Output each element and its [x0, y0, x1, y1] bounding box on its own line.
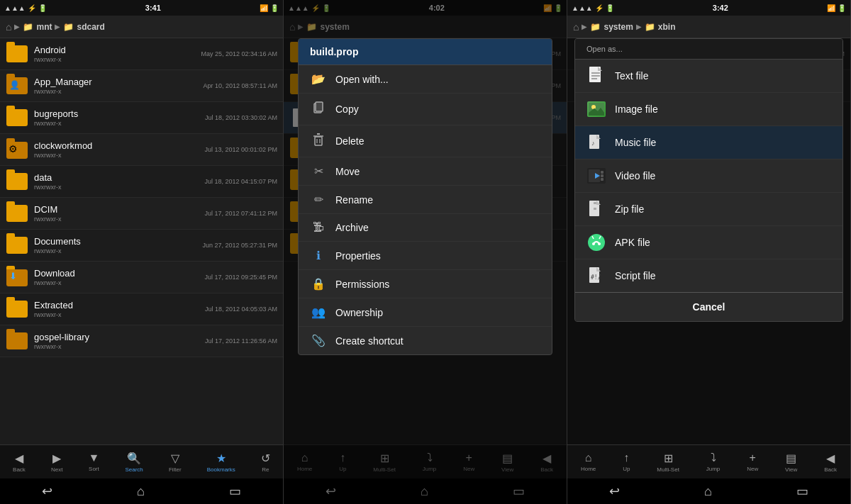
file-name: Extracted	[34, 300, 205, 310]
battery-icon: 🔋	[38, 4, 47, 12]
file-date: Jul 18, 2012 04:05:03 AM	[205, 306, 277, 313]
toolbar-sort[interactable]: ▼ Sort	[85, 450, 102, 474]
open-as-text[interactable]: Text file	[575, 60, 842, 93]
list-item[interactable]: ⚙ clockworkmod rwxrwxr-x Jul 13, 2012 00…	[0, 134, 283, 166]
file-date: Jul 13, 2012 00:01:02 PM	[204, 146, 277, 153]
apk-file-label: APK file	[615, 237, 650, 248]
back-label-3: Back	[824, 466, 837, 473]
open-as-header: Open as...	[586, 45, 623, 53]
file-info: clockworkmod rwxrwxr-x	[34, 140, 204, 159]
file-name: Android	[34, 45, 201, 55]
context-item-archive[interactable]: 🗜 Archive	[299, 214, 552, 242]
bt-icon: ⚡	[28, 4, 36, 12]
time-3: 3:42	[713, 4, 728, 12]
toolbar-back[interactable]: ◀ Back	[10, 450, 28, 474]
nav-home-3[interactable]: ⌂	[697, 481, 719, 502]
svg-rect-23	[601, 178, 604, 181]
list-item[interactable]: 👤 App_Manager rwxrwxr-x Apr 10, 2012 08:…	[0, 70, 283, 102]
context-item-ownership[interactable]: 👥 Ownership	[299, 298, 552, 327]
file-meta: rwxrwxr-x	[34, 279, 204, 286]
status-bar-3: ▲▲▲ ⚡ 🔋 3:42 📶 🔋	[567, 0, 850, 16]
sort-label: Sort	[89, 466, 99, 472]
cancel-button[interactable]: Cancel	[575, 292, 842, 321]
folder-icon: ⬇	[6, 266, 28, 289]
image-file-label: Image file	[615, 103, 658, 115]
list-item[interactable]: Documents rwxrwxr-x Jun 27, 2012 05:27:3…	[0, 230, 283, 262]
file-date: Jul 18, 2012 04:15:07 PM	[204, 178, 277, 185]
up-label-3: Up	[623, 466, 630, 472]
list-item[interactable]: ⬇ Download rwxrwxr-x Jul 17, 2012 09:25:…	[0, 262, 283, 293]
file-info: data rwxrwxr-x	[34, 172, 204, 191]
open-as-image[interactable]: Image file	[575, 93, 842, 126]
toolbar-re[interactable]: ↺ Re	[258, 450, 273, 474]
file-date: Jul 17, 2012 11:26:56 AM	[205, 337, 277, 345]
file-date: May 25, 2012 02:34:16 AM	[201, 50, 277, 57]
nav-home-1[interactable]: ⌂	[130, 481, 152, 502]
nav-recents-3[interactable]: ▭	[789, 481, 816, 502]
nav-back-3[interactable]: ↩	[602, 481, 627, 502]
path-part-sdcard: sdcard	[77, 22, 104, 32]
file-meta: rwxrwxr-x	[34, 120, 205, 127]
wifi-icon-3: 📶	[827, 4, 835, 12]
file-meta: rwxrwxr-x	[34, 56, 201, 63]
permissions-icon: 🔒	[310, 277, 327, 291]
context-item-shortcut[interactable]: 📎 Create shortcut	[299, 327, 552, 354]
path-bar-1: ⌂ ▶ 📁 mnt ▶ 📁 sdcard	[0, 16, 283, 38]
svg-rect-21	[601, 171, 604, 174]
nav-recents-1[interactable]: ▭	[222, 481, 248, 502]
toolbar-up-3[interactable]: ↑ Up	[620, 450, 633, 474]
filter-icon: ▽	[171, 452, 179, 465]
toolbar-view-3[interactable]: ▤ View	[782, 450, 800, 474]
file-name: data	[34, 172, 204, 183]
context-item-delete[interactable]: Delete	[299, 125, 552, 157]
move-label: Move	[335, 166, 360, 177]
svg-text:#!/: #!/	[591, 274, 601, 281]
text-file-icon	[586, 66, 606, 86]
list-item[interactable]: DCIM rwxrwxr-x Jul 17, 2012 07:41:12 PM	[0, 198, 283, 230]
open-as-video[interactable]: Video file	[575, 159, 842, 193]
open-as-apk[interactable]: APK file	[575, 226, 842, 259]
rename-label: Rename	[335, 194, 373, 206]
open-as-zip[interactable]: Zip file	[575, 193, 842, 226]
list-item[interactable]: Android rwxrwxr-x May 25, 2012 02:34:16 …	[0, 38, 283, 70]
next-icon: ▶	[52, 452, 61, 465]
music-file-label: Music file	[615, 137, 656, 148]
toolbar-multiset-3[interactable]: ⊞ Multi-Set	[654, 450, 682, 474]
list-item[interactable]: data rwxrwxr-x Jul 18, 2012 04:15:07 PM	[0, 166, 283, 198]
list-item[interactable]: gospel-library rwxrwxr-x Jul 17, 2012 11…	[0, 325, 283, 357]
toolbar-home-3[interactable]: ⌂ Home	[578, 450, 599, 474]
file-info: Documents rwxrwxr-x	[34, 236, 202, 254]
toolbar-search[interactable]: 🔍 Search	[122, 450, 145, 474]
back-icon-3: ◀	[826, 452, 835, 465]
svg-point-31	[592, 242, 595, 245]
bt-icon-3: ⚡	[595, 4, 604, 12]
toolbar-new-3[interactable]: + New	[744, 450, 761, 474]
ownership-label: Ownership	[335, 307, 383, 318]
file-meta: rwxrwxr-x	[34, 343, 205, 350]
toolbar-next[interactable]: ▶ Next	[48, 450, 65, 474]
apk-file-icon	[586, 233, 606, 252]
panel-2: ▲▲▲ ⚡ 🔋 4:02 📶 🔋 ⌂ ▶ 📁 system app rwxr-x…	[284, 0, 567, 504]
bookmarks-icon: ★	[216, 452, 226, 465]
folder-small-1b: 📁	[63, 22, 74, 32]
toolbar-back-3[interactable]: ◀ Back	[821, 450, 840, 474]
toolbar-filter[interactable]: ▽ Filter	[166, 450, 184, 474]
context-item-open-with[interactable]: 📂 Open with...	[299, 65, 552, 94]
context-item-permissions[interactable]: 🔒 Permissions	[299, 270, 552, 298]
context-item-move[interactable]: ✂ Move	[299, 157, 552, 186]
toolbar-jump-3[interactable]: ⤵ Jump	[703, 450, 723, 474]
nav-back-1[interactable]: ↩	[35, 481, 60, 502]
open-as-script[interactable]: #!/ Script file	[575, 259, 842, 292]
context-item-copy[interactable]: Copy	[299, 94, 552, 125]
folder-small-3b: 📁	[645, 22, 655, 32]
open-as-music[interactable]: ♪ Music file	[575, 126, 842, 159]
context-item-rename[interactable]: ✏ Rename	[299, 186, 552, 214]
file-meta: rwxrwxr-x	[34, 88, 203, 95]
list-item[interactable]: bugreports rwxrwxr-x Jul 18, 2012 03:30:…	[0, 102, 283, 134]
context-item-properties[interactable]: ℹ Properties	[299, 242, 552, 270]
archive-label: Archive	[335, 222, 369, 233]
up-icon-3: ↑	[623, 452, 629, 464]
svg-rect-2	[315, 137, 322, 145]
list-item[interactable]: Extracted rwxrwxr-x Jul 18, 2012 04:05:0…	[0, 293, 283, 325]
toolbar-bookmarks[interactable]: ★ Bookmarks	[204, 450, 238, 474]
